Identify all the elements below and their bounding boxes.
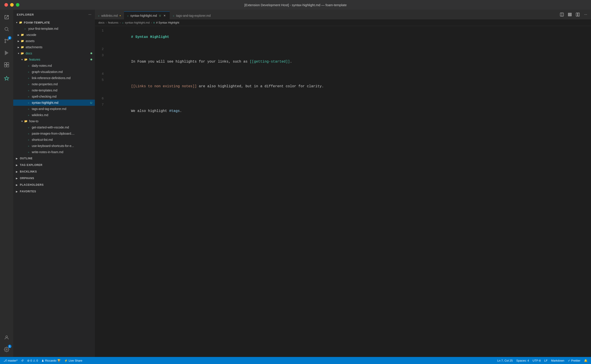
account-activity-icon[interactable]	[1, 332, 12, 343]
tree-item-how-to[interactable]: ▼ 📂 how-to	[13, 118, 95, 124]
paste-images-label: paste-images-from-clipboard....	[32, 132, 95, 135]
status-spaces[interactable]: Spaces: 4	[514, 359, 531, 362]
run-activity-icon[interactable]	[1, 48, 12, 58]
status-language[interactable]: Markdown	[549, 359, 566, 362]
tab-tags-explorer[interactable]: ⬦ tags-and-tag-explorer.md	[170, 12, 214, 20]
line-content-6[interactable]	[108, 96, 591, 102]
text-3a: In Foam you will see highlights for your…	[131, 60, 250, 64]
more-actions-icon[interactable]: ···	[582, 11, 589, 18]
tab-syntax-highlight[interactable]: ⬦ syntax-highlight.md U ✕	[124, 12, 170, 20]
tree-item-attachments[interactable]: ▶ 📁 attachments	[13, 44, 95, 50]
status-user[interactable]: ♟ Riccardo 🏆	[40, 359, 62, 362]
tree-item-note-props[interactable]: ⬦ note-properties.md	[13, 81, 95, 87]
breadcrumb-features[interactable]: features	[108, 21, 118, 24]
tab-close-button[interactable]: ✕	[163, 14, 167, 18]
prettier-icon: ✓	[568, 359, 570, 362]
section-placeholders[interactable]: ▶ PLACEHOLDERS	[13, 182, 95, 188]
note-templ-label: note-templates.md	[32, 89, 95, 92]
editor-layout-icon[interactable]	[574, 11, 581, 18]
section-favorites[interactable]: ▶ FAVORITES	[13, 188, 95, 195]
root-label: FOAM-TEMPLATE	[24, 21, 95, 24]
line-content-3[interactable]: In Foam you will see highlights for your…	[108, 52, 591, 71]
md-file-icon: ⬦	[27, 82, 30, 86]
breadcrumb-file-icon: ⬦	[122, 21, 124, 24]
tree-root-foam-template[interactable]: ▼ 📁 FOAM-TEMPLATE	[13, 20, 95, 26]
status-branch[interactable]: ⎇ master*	[2, 359, 20, 362]
line-num-3: 3	[95, 52, 108, 71]
tab-wikilinks[interactable]: ⬦ wikilinks.md ●	[95, 12, 124, 20]
favorites-arrow: ▶	[16, 190, 20, 193]
tree-item-paste-images[interactable]: ⬦ paste-images-from-clipboard....	[13, 130, 95, 136]
tree-item-your-first-template[interactable]: ▶ ⬦ your-first-template.md	[13, 26, 95, 32]
tree-item-docs[interactable]: ▼ 📂 docs	[13, 50, 95, 56]
tree-item-features[interactable]: ▼ 📂 features	[13, 56, 95, 63]
status-eol[interactable]: LF	[543, 359, 549, 362]
tree-item-note-templ[interactable]: ⬦ note-templates.md	[13, 87, 95, 93]
status-prettier[interactable]: ✓ Prettier	[566, 359, 582, 362]
status-liveshare[interactable]: ⚡ Live Share	[62, 359, 84, 362]
minimize-button[interactable]	[10, 3, 14, 6]
line-content-4[interactable]	[108, 71, 591, 77]
docs-modified-dot	[90, 52, 92, 54]
tree-item-use-keyboard[interactable]: ⬦ use-keyboard-shortcuts-for-e...	[13, 143, 95, 149]
source-control-activity-icon[interactable]: 2	[1, 36, 12, 46]
root-arrow: ▼	[15, 21, 19, 24]
line-content-5[interactable]: [[Links to non existing notes]] are also…	[108, 77, 591, 96]
tree-item-link-ref[interactable]: ⬦ link-reference-definitions.md	[13, 75, 95, 81]
section-backlinks[interactable]: ▶ BACKLINKS	[13, 168, 95, 175]
status-sync[interactable]: ↺	[20, 359, 25, 362]
window-controls[interactable]	[4, 3, 20, 6]
code-line-1: 1 # Syntax Highlight	[95, 28, 591, 46]
backlinks-label: BACKLINKS	[20, 170, 37, 173]
tree-item-daily-notes[interactable]: ⬦ daily-notes.md	[13, 63, 95, 69]
tree-item-syntax-highlight[interactable]: ⬦ syntax-highlight.md U	[13, 100, 95, 106]
settings-activity-icon[interactable]: 1	[1, 344, 12, 355]
how-to-arrow: ▼	[20, 119, 24, 123]
user-name: Riccardo 🏆	[45, 359, 61, 362]
extensions-activity-icon[interactable]	[1, 59, 12, 70]
status-notifications[interactable]: 🔔	[582, 359, 589, 362]
foam-activity-icon[interactable]	[1, 73, 12, 84]
svg-rect-16	[568, 15, 571, 16]
link-nonexist-1: [[Links to non existing notes]]	[131, 84, 197, 88]
line-content-7[interactable]: We also highlight #tags.	[108, 102, 591, 120]
search-activity-icon[interactable]	[1, 24, 12, 34]
tree-item-assets[interactable]: ▶ 📁 assets	[13, 38, 95, 44]
status-encoding[interactable]: UTF-8	[531, 359, 543, 362]
split-editor-icon[interactable]	[558, 11, 565, 18]
status-position[interactable]: Ln 7, Col 25	[496, 359, 514, 362]
tree-item-write-notes[interactable]: ⬦ write-notes-in-foam.md	[13, 149, 95, 155]
tree-item-spell-check[interactable]: ⬦ spell-checking.md	[13, 93, 95, 100]
explorer-activity-icon[interactable]	[1, 12, 12, 22]
breadcrumb-file[interactable]: syntax-highlight.md	[125, 21, 150, 24]
code-editor[interactable]: 1 # Syntax Highlight 2 3 In Foam you wil…	[95, 26, 591, 357]
text-7a: We also highlight	[131, 109, 169, 113]
open-editors-icon[interactable]	[566, 11, 573, 18]
svg-rect-15	[568, 14, 571, 15]
svg-rect-14	[568, 13, 571, 14]
tree-item-graph-viz[interactable]: ⬦ graph-visualization.md	[13, 69, 95, 75]
section-orphans[interactable]: ▶ ORPHANS	[13, 175, 95, 182]
section-outline[interactable]: ▶ OUTLINE	[13, 155, 95, 162]
close-button[interactable]	[4, 3, 8, 6]
code-line-4: 4	[95, 71, 591, 77]
breadcrumb-heading[interactable]: # Syntax Highlight	[156, 21, 179, 24]
tree-item-tags-explorer[interactable]: ⬦ tags-and-tag-explorer.md	[13, 106, 95, 112]
tree-item-vscode[interactable]: ▶ 📁 .vscode	[13, 32, 95, 38]
tree-item-get-started[interactable]: ⬦ get-started-with-vscode.md	[13, 124, 95, 130]
line-content-1[interactable]: # Syntax Highlight	[108, 28, 591, 46]
tree-item-shortcut-list[interactable]: ⬦ shortcut-list.md	[13, 136, 95, 143]
file-label: your-first-template.md	[28, 27, 95, 30]
warning-icon: ⚠	[33, 359, 35, 362]
tree-item-wikilinks[interactable]: ⬦ wikilinks.md	[13, 112, 95, 118]
sidebar-more-icon[interactable]: ···	[88, 13, 91, 17]
maximize-button[interactable]	[16, 3, 20, 6]
section-tag-explorer[interactable]: ▶ TAG EXPLORER	[13, 162, 95, 168]
breadcrumb-docs[interactable]: docs	[98, 21, 104, 24]
branch-icon: ⎇	[4, 359, 7, 362]
line-content-2[interactable]	[108, 46, 591, 52]
activity-bar: 2 1	[0, 10, 13, 357]
attachments-label: attachments	[26, 46, 95, 49]
status-errors[interactable]: ⊘ 0 ⚠ 0	[25, 359, 40, 362]
root-folder-icon: 📁	[19, 20, 22, 25]
